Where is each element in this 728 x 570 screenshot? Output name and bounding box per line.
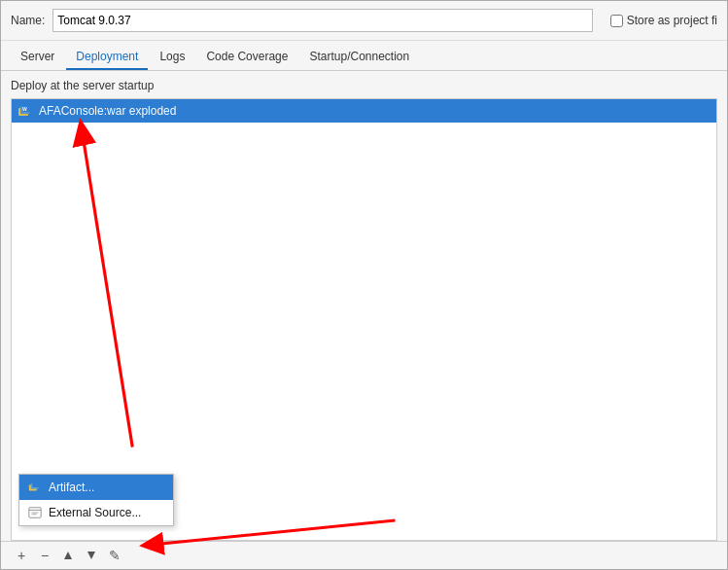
bottom-toolbar: + − ✎ — [1, 541, 727, 569]
dropdown-item-external-label: External Source... — [49, 506, 141, 519]
tab-deployment[interactable]: Deployment — [66, 45, 148, 70]
header-row: Name: Store as project fi — [1, 1, 727, 41]
deploy-at-startup-label: Deploy at the server startup — [1, 71, 727, 98]
move-up-button[interactable] — [57, 545, 79, 566]
dropdown-item-artifact-label: Artifact... — [49, 481, 94, 494]
edit-button[interactable]: ✎ — [104, 545, 125, 566]
svg-rect-7 — [32, 481, 40, 487]
run-configuration-dialog: Name: Store as project fi Server Deploym… — [0, 0, 728, 570]
add-button[interactable]: + — [11, 545, 32, 566]
svg-marker-12 — [64, 552, 72, 559]
artifact-dropdown-icon — [27, 480, 43, 495]
tab-code-coverage[interactable]: Code Coverage — [196, 45, 297, 70]
remove-button[interactable]: − — [34, 545, 55, 566]
add-dropdown-popup: Artifact... External Source... — [18, 474, 174, 526]
deploy-item-label: AFAConsole:war exploded — [39, 104, 176, 118]
deploy-item-afaconsole[interactable]: W AFAConsole:war exploded — [12, 99, 716, 123]
tab-startup-connection[interactable]: Startup/Connection — [299, 45, 419, 70]
tab-content-deployment: Deploy at the server startup W — [1, 71, 727, 569]
tab-logs[interactable]: Logs — [150, 45, 194, 70]
dropdown-item-artifact[interactable]: Artifact... — [19, 475, 173, 500]
deployment-outer-wrapper: W AFAConsole:war exploded — [1, 98, 727, 569]
store-project-checkbox[interactable] — [610, 15, 623, 27]
war-exploded-icon: W — [17, 103, 33, 119]
name-input[interactable] — [52, 9, 592, 32]
tab-server[interactable]: Server — [11, 45, 64, 70]
svg-marker-13 — [87, 552, 95, 559]
external-source-dropdown-icon — [27, 505, 43, 520]
tabs-row: Server Deployment Logs Code Coverage Sta… — [1, 41, 727, 71]
store-project-label: Store as project fi — [627, 14, 717, 27]
move-down-button[interactable] — [81, 545, 102, 566]
toolbar-area: Artifact... External Source... — [1, 541, 727, 569]
store-project-area: Store as project fi — [610, 14, 717, 27]
dropdown-item-external-source[interactable]: External Source... — [19, 500, 173, 525]
svg-line-4 — [83, 131, 133, 446]
name-label: Name: — [11, 14, 45, 27]
svg-text:W: W — [22, 106, 27, 112]
